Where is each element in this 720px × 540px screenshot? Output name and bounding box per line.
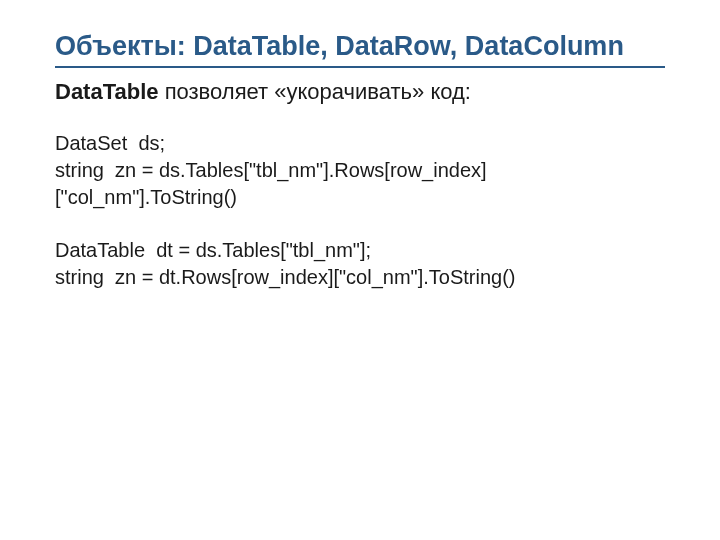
intro-rest: позволяет «укорачивать» код: xyxy=(159,79,471,104)
code-block-2: DataTable dt = ds.Tables["tbl_nm"]; stri… xyxy=(55,237,665,291)
slide-title: Объекты: DataTable, DataRow, DataColumn xyxy=(55,30,665,64)
intro-text: DataTable позволяет «укорачивать» код: xyxy=(55,78,665,107)
code-line: string zn = ds.Tables["tbl_nm"].Rows[row… xyxy=(55,157,665,211)
code-line: string zn = dt.Rows[row_index]["col_nm"]… xyxy=(55,264,665,291)
code-gap xyxy=(55,211,665,237)
title-underline xyxy=(55,66,665,68)
code-line: DataTable dt = ds.Tables["tbl_nm"]; xyxy=(55,237,665,264)
intro-bold: DataTable xyxy=(55,79,159,104)
code-block-1: DataSet ds; string zn = ds.Tables["tbl_n… xyxy=(55,130,665,211)
code-line: DataSet ds; xyxy=(55,130,665,157)
